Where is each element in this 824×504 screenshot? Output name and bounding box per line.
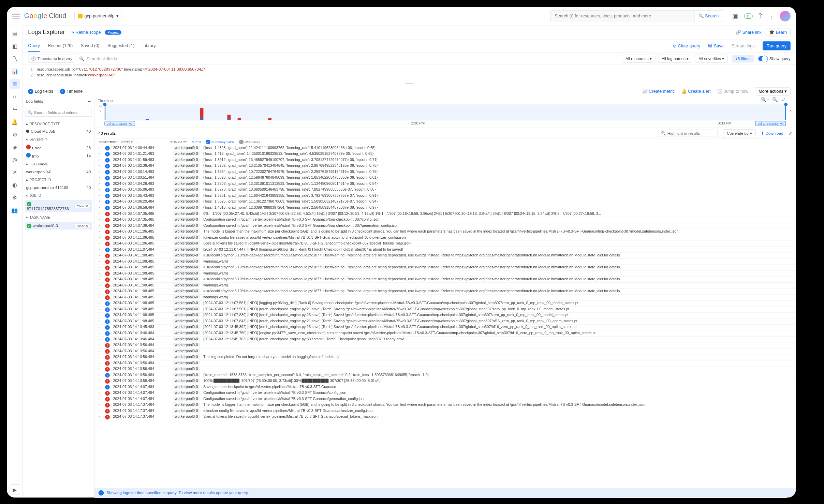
nav-menu-icon[interactable] (12, 12, 20, 20)
log-row[interactable]: ›i2024-07-03 14:01:59.483workerpool0-0{'… (94, 157, 796, 163)
search-fields-input[interactable]: 🔍Search all fields (79, 56, 618, 61)
log-row[interactable]: ›i2024-07-03 14:05:06.483workerpool0-0{'… (94, 187, 796, 193)
zoom-out-icon[interactable]: 🔍- (772, 97, 779, 103)
log-row[interactable]: ›!2024-07-03 14:13:56.484workerpool0-0 (94, 342, 796, 349)
expand-icon[interactable]: › (99, 337, 102, 341)
task-name-item[interactable]: ✓workerpool0-0 Clear ✕ (25, 222, 92, 229)
trial-badge[interactable]: 15 (744, 13, 753, 19)
clear-query-button[interactable]: ⊘Clear query (673, 43, 700, 48)
wrap-lines-toggle[interactable]: Wrap lines (239, 139, 260, 144)
more-vert-icon[interactable]: ⋮ (768, 12, 774, 19)
editor-drag-handle[interactable] (23, 81, 796, 86)
expand-icon[interactable]: › (99, 271, 102, 275)
rail-item-chart[interactable]: 📊 (9, 66, 20, 76)
expand-icon[interactable]: › (99, 259, 102, 263)
refine-scope-button[interactable]: ⎘ Refine scope (72, 30, 101, 35)
expand-icon[interactable]: › (99, 403, 102, 407)
expand-icon[interactable]: › (99, 397, 102, 401)
severity-error-item[interactable]: Error26 (23, 143, 94, 151)
expand-icon[interactable]: › (99, 319, 102, 323)
log-row[interactable]: ›!2024-07-03 14:13:56.484workerpool0-010… (94, 379, 796, 385)
rail-item-logs[interactable]: ≣ (9, 78, 20, 89)
expand-icon[interactable]: › (99, 391, 102, 395)
global-search-button[interactable]: 🔍 Search (694, 10, 723, 21)
log-fields-toggle[interactable]: ✓Log fields (28, 89, 53, 94)
log-row[interactable]: ›!2024-07-03 14:14:07.484workerpool0-0Co… (94, 396, 796, 402)
tab-recent-[interactable]: Recent (126) (48, 40, 73, 52)
expand-icon[interactable]: › (99, 373, 102, 377)
log-row[interactable]: ›i2024-07-03 14:11:07.484workerpool0-0[2… (94, 247, 796, 253)
tab-library[interactable]: Library (143, 40, 156, 52)
section-task-name[interactable]: ▴ TASK NAME (23, 213, 94, 221)
log-row[interactable]: ›!2024-07-03 14:17:37.484workerpool0-0Th… (94, 402, 796, 409)
log-row[interactable]: ›!2024-07-03 14:17:37.484workerpool0-0to… (94, 408, 796, 414)
rail-item-alerts[interactable]: 🔔 (9, 116, 20, 127)
rail-item-overview[interactable]: ◧ (9, 41, 20, 51)
extra-filters-chip[interactable]: +3 filters (732, 55, 754, 62)
global-search[interactable]: 🔍 Search (550, 10, 723, 22)
run-query-button[interactable]: Run query (763, 41, 791, 50)
rail-item-slo[interactable]: ◎ (9, 154, 20, 165)
expand-icon[interactable]: › (99, 164, 102, 168)
expand-icon[interactable]: › (99, 169, 102, 174)
expand-icon[interactable]: › (99, 283, 102, 287)
scope-chip[interactable]: Project (105, 30, 121, 35)
log-row[interactable]: ›i2024-07-03 14:04:29.483workerpool0-0{'… (94, 181, 796, 187)
avatar[interactable] (780, 11, 791, 21)
terminal-icon[interactable]: ▣ (732, 12, 738, 19)
filter-pill[interactable]: All severities ▾ (695, 55, 728, 62)
zoom-in-icon[interactable]: 🔍+ (761, 97, 769, 103)
log-name-item[interactable]: workerpool0-040 (23, 168, 94, 175)
log-row[interactable]: ›i2024-07-03 14:01:21.483workerpool0-0{'… (94, 151, 796, 158)
expand-icon[interactable]: › (99, 277, 102, 281)
log-table[interactable]: ›i2024-07-03 14:00:44.484workerpool0-0{'… (94, 145, 796, 488)
log-row[interactable]: ›i2024-07-03 14:06:20.484workerpool0-0{'… (94, 199, 796, 205)
google-cloud-logo[interactable]: Google Cloud (24, 12, 66, 20)
expand-icon[interactable]: › (99, 313, 102, 317)
rail-item-groups[interactable]: 👥 (9, 205, 20, 215)
job-id-clear-chip[interactable]: Clear ✕ (74, 204, 90, 208)
timestamp-chip[interactable]: 🕘Timestamp in query (28, 55, 75, 62)
tab-suggested-[interactable]: Suggested (1) (107, 40, 135, 52)
expand-icon[interactable]: › (99, 247, 102, 251)
rail-item-metrics[interactable]: 〽 (9, 53, 20, 64)
expand-icon[interactable]: › (99, 265, 102, 269)
expand-icon[interactable]: ⤢ (789, 131, 792, 136)
filter-pill[interactable]: All resources ▾ (622, 55, 655, 62)
save-query-button[interactable]: 🖫Save (708, 43, 723, 48)
expand-icon[interactable]: › (99, 205, 102, 209)
expand-icon[interactable]: › (99, 253, 102, 257)
help-icon[interactable]: ? (759, 13, 762, 19)
expand-icon[interactable]: › (99, 241, 102, 245)
expand-icon[interactable]: › (99, 235, 102, 239)
share-link-button[interactable]: 🔗Share link (736, 30, 762, 35)
tab-saved-[interactable]: Saved (0) (81, 40, 100, 52)
log-row[interactable]: ›!2024-07-03 14:11:08.485workerpool0-0 w… (94, 259, 796, 265)
collapse-icon[interactable]: ⇤ (88, 99, 91, 104)
log-row[interactable]: ›!2024-07-03 14:07:35.485workerpool0-0Co… (94, 217, 796, 223)
log-row[interactable]: ›i2024-07-03 14:13:56.484workerpool0-0{'… (94, 372, 796, 379)
filter-pill[interactable]: All log names ▾ (658, 55, 692, 62)
expand-icon[interactable]: › (99, 379, 102, 383)
toggle-switch[interactable] (758, 56, 767, 61)
expand-icon[interactable]: › (99, 289, 102, 293)
project-picker[interactable]: gcp-partnership ▾ (74, 12, 122, 20)
log-row[interactable]: ›!2024-07-03 14:11:08.485workerpool0-0 w… (94, 271, 796, 277)
log-row[interactable]: ›i2024-07-03 14:13:45.483workerpool0-0[2… (94, 325, 796, 331)
expand-icon[interactable]: › (99, 181, 102, 186)
show-query-toggle[interactable]: Show query (758, 56, 791, 61)
log-row[interactable]: ›!2024-07-03 14:11:08.485workerpool0-0/u… (94, 265, 796, 271)
highlight-input[interactable]: 🔍 (658, 130, 718, 137)
log-row[interactable]: ›!2024-07-03 14:14:07.484workerpool0-0Co… (94, 390, 796, 397)
log-row[interactable]: ›i2024-07-03 14:03:51.484workerpool0-0{'… (94, 175, 796, 181)
log-row[interactable]: ›!2024-07-03 14:11:08.485workerpool0-0/u… (94, 277, 796, 283)
expand-icon[interactable]: › (99, 361, 102, 365)
sort-icon[interactable]: ↓ (136, 140, 138, 144)
expand-icon[interactable]: › (99, 211, 102, 216)
edit-summary-button[interactable]: ✎Edit (192, 140, 201, 144)
rail-item-router[interactable]: ↪ (9, 104, 20, 114)
log-row[interactable]: ›i2024-07-03 14:13:46.484workerpool0-0[2… (94, 330, 796, 337)
rail-expand-button[interactable]: ▶ (9, 484, 20, 495)
expand-icon[interactable]: › (99, 367, 102, 371)
expand-icon[interactable]: › (99, 158, 102, 162)
